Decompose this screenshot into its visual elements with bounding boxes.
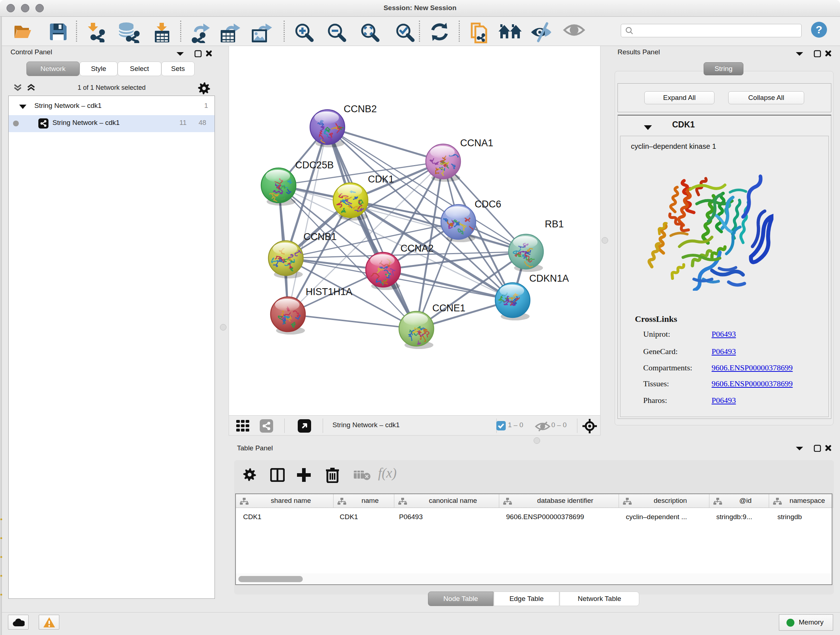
svg-text:RB1: RB1 xyxy=(545,219,564,230)
svg-text:CCNA2: CCNA2 xyxy=(401,243,434,254)
svg-text:CDC6: CDC6 xyxy=(475,199,501,210)
svg-text:CCNB1: CCNB1 xyxy=(303,231,337,242)
svg-text:CCNE1: CCNE1 xyxy=(432,302,466,314)
svg-text:HIST1H1A: HIST1H1A xyxy=(306,287,352,297)
svg-text:CCNA1: CCNA1 xyxy=(460,138,493,149)
svg-text:CDKN1A: CDKN1A xyxy=(529,273,569,284)
svg-text:CDC25B: CDC25B xyxy=(295,160,334,171)
svg-text:?: ? xyxy=(816,24,822,35)
svg-text:CDK1: CDK1 xyxy=(368,174,394,185)
svg-text:CCNB2: CCNB2 xyxy=(344,103,377,114)
